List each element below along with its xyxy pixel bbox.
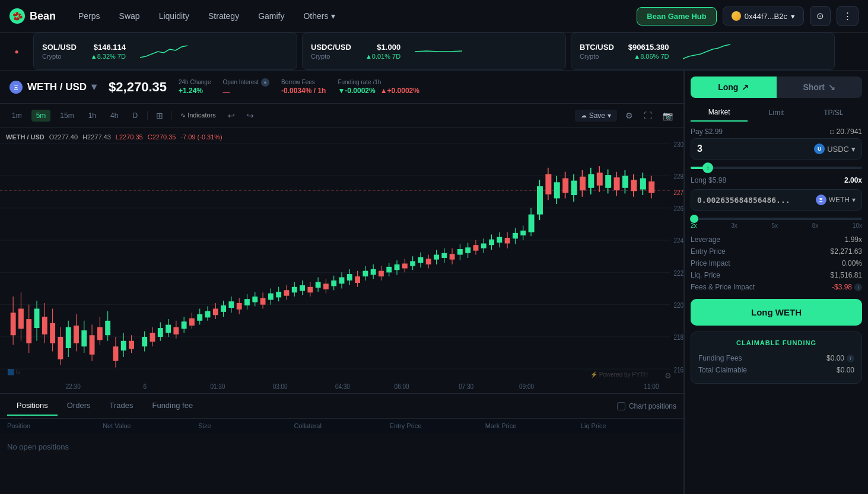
svg-rect-31	[58, 337, 63, 359]
bean-logo-icon: 🫘	[9, 8, 25, 24]
chart-positions-toggle[interactable]: Chart positions	[617, 402, 676, 410]
lev-mark-3x[interactable]: 3x	[731, 222, 737, 229]
ticker-sol-usd[interactable]: SOL/USD Crypto $146.114 ▲8.32% 7D	[33, 33, 297, 70]
svg-rect-58	[166, 325, 171, 333]
pay-input-row[interactable]: U USDC ▾	[691, 138, 862, 160]
svg-rect-83	[260, 298, 266, 305]
svg-rect-178	[622, 176, 628, 187]
svg-rect-115	[379, 271, 384, 277]
svg-rect-52	[142, 337, 147, 346]
svg-rect-79	[244, 299, 250, 305]
svg-rect-70	[213, 308, 218, 315]
svg-rect-29	[50, 323, 55, 343]
svg-rect-100	[323, 283, 329, 289]
wallet-button[interactable]: 0x44f7...B2c ▾	[723, 7, 804, 26]
order-type-limit[interactable]: Limit	[748, 104, 805, 122]
receive-currency-selector[interactable]: Ξ WETH ▾	[816, 195, 856, 205]
chart-type-icon[interactable]: ⊞	[152, 109, 167, 122]
tf-1h[interactable]: 1h	[84, 110, 101, 122]
pay-currency-selector[interactable]: U USDC ▾	[814, 144, 856, 154]
long-action-button[interactable]: Long WETH	[691, 299, 862, 326]
undo-icon[interactable]: ↩	[224, 109, 239, 122]
svg-rect-126	[418, 257, 423, 263]
tab-orders[interactable]: Orders	[58, 396, 100, 416]
pay-slider-thumb[interactable]: ↕	[702, 162, 713, 173]
leverage-slider-row[interactable]: 2x 3x 5x 8x 10x	[685, 215, 868, 234]
symbol-selector[interactable]: Ξ WETH / USD ▾	[9, 81, 97, 94]
fees-info-icon[interactable]: i	[854, 283, 862, 291]
chart-area[interactable]: WETH / USD O2277.40 H2277.43 L2270.35 C2…	[0, 128, 683, 393]
profile-icon-button[interactable]: ⊙	[810, 6, 831, 26]
svg-rect-49	[129, 341, 134, 349]
lev-mark-5x[interactable]: 5x	[771, 222, 778, 229]
chart-camera-icon[interactable]: 📷	[659, 109, 676, 122]
svg-rect-62	[182, 321, 187, 329]
chart-fullscreen-icon[interactable]: ⛶	[640, 109, 656, 122]
lev-mark-2x[interactable]: 2x	[691, 222, 697, 229]
redo-icon[interactable]: ↪	[243, 109, 257, 122]
svg-text:04:30: 04:30	[335, 383, 350, 390]
nav-logo-text: Bean	[30, 10, 56, 23]
pay-amount-input[interactable]	[697, 144, 814, 154]
tf-15m[interactable]: 15m	[55, 110, 78, 122]
lev-mark-8x[interactable]: 8x	[812, 222, 819, 229]
more-menu-button[interactable]: ⋮	[837, 6, 859, 26]
chart-bottom-settings-icon[interactable]: ⚙	[664, 371, 672, 380]
receive-row: 0.002635684856486... Ξ WETH ▾	[691, 189, 862, 211]
svg-rect-73	[221, 305, 226, 312]
svg-rect-43	[105, 321, 110, 335]
svg-rect-35	[74, 326, 79, 343]
nav-logo[interactable]: 🫘 Bean	[9, 8, 56, 24]
pay-slider-row[interactable]: ↕	[685, 164, 868, 174]
pay-slider-track[interactable]: ↕	[691, 167, 862, 169]
ticker-nav-left[interactable]: ●	[5, 33, 28, 70]
svg-rect-77	[237, 303, 242, 310]
symbol-chevron-icon: ▾	[91, 81, 97, 93]
svg-rect-143	[481, 243, 487, 248]
svg-rect-81	[252, 297, 257, 302]
save-button[interactable]: ☁ Save ▾	[575, 110, 617, 122]
svg-text:11:00: 11:00	[644, 383, 659, 390]
ticker-usdc-usd[interactable]: USDC/USD Crypto $1.000 ▲0.01% 7D	[302, 33, 566, 70]
order-type-tpsl[interactable]: TP/SL	[805, 104, 862, 122]
leverage-slider-thumb[interactable]	[690, 215, 698, 223]
ticker-btc-usd[interactable]: BTC/USD Crypto $90615.380 ▲8.06% 7D	[571, 33, 835, 70]
chart-ohlc-display: WETH / USD O2277.40 H2277.43 L2270.35 C2…	[6, 133, 222, 141]
stat-24h-change: 24h Change +1.24%	[179, 79, 211, 95]
leverage-marks: 2x 3x 5x 8x 10x	[691, 220, 862, 231]
nav-swap[interactable]: Swap	[111, 7, 148, 26]
ticker-bar: ● SOL/USD Crypto $146.114 ▲8.32% 7D USDC…	[0, 33, 868, 71]
svg-rect-132	[441, 253, 447, 258]
tf-5m[interactable]: 5m	[31, 110, 51, 122]
tradingview-badge: 🟦 tv	[7, 369, 21, 375]
nav-others[interactable]: Others ▾	[295, 7, 343, 26]
tf-d[interactable]: D	[128, 110, 142, 122]
order-type-row: Market Limit TP/SL	[685, 98, 868, 122]
bean-game-hub-button[interactable]: Bean Game Hub	[637, 7, 716, 26]
tf-4h[interactable]: 4h	[106, 110, 123, 122]
chart-settings-icon[interactable]: ⚙	[622, 109, 637, 122]
svg-rect-128	[426, 259, 431, 264]
nav-gamify[interactable]: Gamify	[250, 7, 292, 26]
lev-mark-10x[interactable]: 10x	[853, 222, 862, 229]
svg-text:2300.00: 2300.00	[673, 141, 683, 148]
open-interest-info-icon: ●	[261, 78, 269, 87]
entry-price-stat-row: Entry Price $2,271.63	[685, 246, 868, 257]
long-button[interactable]: Long ↗	[691, 77, 777, 98]
leverage-stat-row: Leverage 1.99x	[685, 234, 868, 246]
indicators-button[interactable]: ∿ Indicators	[177, 110, 220, 121]
funding-fees-info-icon[interactable]: i	[847, 355, 854, 362]
tab-positions[interactable]: Positions	[7, 396, 58, 416]
chart-positions-checkbox[interactable]	[617, 402, 625, 410]
leverage-slider-track[interactable]	[691, 218, 862, 220]
tf-1m[interactable]: 1m	[7, 110, 27, 122]
svg-rect-162	[554, 182, 560, 198]
svg-rect-85	[268, 294, 274, 300]
tab-trades[interactable]: Trades	[100, 396, 142, 416]
tab-funding-fee[interactable]: Funding fee	[142, 396, 202, 416]
nav-strategy[interactable]: Strategy	[200, 7, 247, 26]
short-button[interactable]: Short ↘	[777, 77, 863, 98]
order-type-market[interactable]: Market	[691, 104, 748, 122]
nav-liquidity[interactable]: Liquidity	[151, 7, 198, 26]
nav-perps[interactable]: Perps	[70, 7, 109, 26]
